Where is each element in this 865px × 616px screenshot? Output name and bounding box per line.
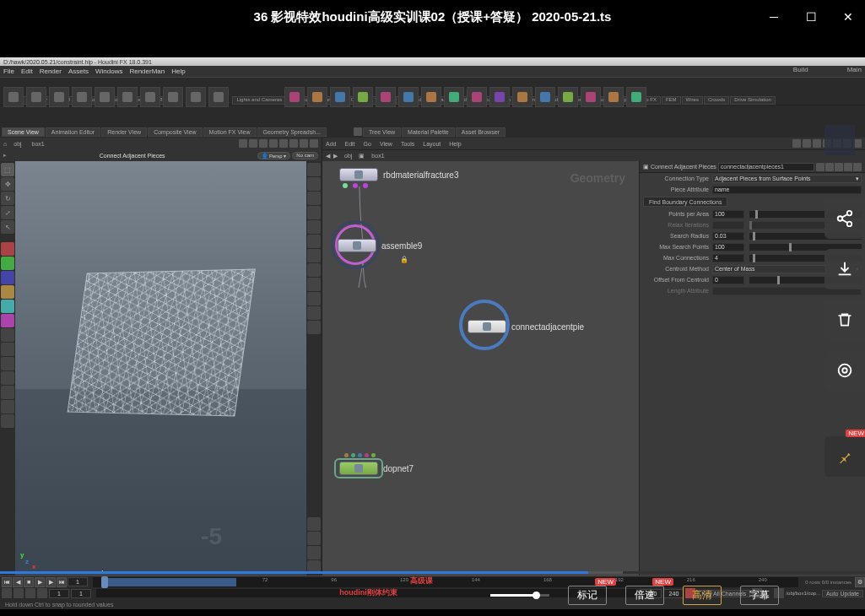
pin-button[interactable]: NEW [824,436,865,477]
net-menu-tools[interactable]: Tools [401,141,414,147]
display-icon[interactable] [307,292,321,305]
net-icon[interactable] [803,139,811,148]
close-button[interactable]: ✕ [838,7,858,27]
share-button[interactable] [824,198,865,239]
rotate-tool-icon[interactable]: ↻ [1,192,14,205]
timeline-gear-icon[interactable]: ⚙ [855,577,865,587]
cam-button[interactable]: No cam [292,152,318,159]
shelf-tool[interactable] [95,87,115,105]
tl-icon[interactable] [2,588,12,598]
move-tool-icon[interactable]: ✥ [1,177,14,191]
tool-icon[interactable] [1,386,14,399]
tool-icon[interactable] [1,257,14,270]
tab-material[interactable]: Material Palette [402,127,455,137]
download-button[interactable] [824,249,865,289]
first-frame-button[interactable]: ⏮ [2,577,12,587]
tab-motionfx[interactable]: Motion FX View [203,127,257,137]
shelf-tool[interactable] [558,87,578,105]
current-frame-input[interactable] [68,577,88,586]
desktop-selector[interactable]: Build Main [793,66,862,73]
path-obj[interactable]: obj [10,141,24,147]
shelf-tool[interactable] [353,87,373,105]
shelf-tool[interactable] [49,87,69,105]
net-icon[interactable] [813,139,821,148]
path-node[interactable]: box1 [29,141,48,147]
net-menu-view[interactable]: View [380,141,392,147]
settings-button[interactable] [824,350,865,391]
tool-icon[interactable] [1,300,14,313]
param-number-input[interactable] [712,221,744,230]
volume-slider[interactable] [490,594,549,597]
menu-help[interactable]: Help [171,68,185,75]
menu-assets[interactable]: Assets [68,68,89,75]
menu-file[interactable]: File [3,68,14,75]
display-icon[interactable] [307,177,321,191]
tab-tree[interactable]: Tree View [363,127,401,137]
menu-edit[interactable]: Edit [21,68,33,75]
nav-back-icon[interactable]: ◀ [326,153,330,159]
tab-composite[interactable]: Composite View [148,127,202,137]
next-frame-button[interactable]: ▶ [46,577,56,587]
node-connectadjacent[interactable]: connectadjacentpie [468,320,584,333]
shelf-tool[interactable] [489,87,510,105]
tool-icon[interactable] [1,285,14,299]
net-menu-help[interactable]: Help [449,141,461,147]
param-number-input[interactable] [712,210,744,219]
shelf-tool[interactable] [535,87,555,105]
path-icon[interactable] [249,139,257,148]
tool-icon[interactable] [1,357,14,370]
display-icon[interactable] [307,163,321,176]
display-icon[interactable] [307,249,321,262]
node-dopnet[interactable]: dopnet7 [339,462,414,475]
maximize-button[interactable]: ☐ [801,7,821,27]
range-end-input[interactable] [663,589,684,598]
tool-icon[interactable] [1,242,14,256]
stop-button[interactable]: ■ [24,577,34,587]
subtitle-button[interactable]: 字幕 [740,586,779,605]
tool-icon[interactable] [1,271,14,284]
display-icon[interactable] [307,263,321,277]
node-assemble[interactable]: assemble9 [338,239,422,252]
tab-scene-view[interactable]: Scene View [2,127,45,137]
tool-icon[interactable] [1,371,14,385]
path-icon[interactable] [310,139,318,148]
display-icon[interactable] [307,532,321,545]
shelf-tool[interactable] [186,87,206,105]
shelf-tool[interactable] [376,87,396,105]
path-node[interactable]: box1 [368,153,387,159]
net-icon[interactable] [792,139,801,148]
net-menu-go[interactable]: Go [364,141,371,147]
display-icon[interactable] [307,278,321,291]
prev-frame-button[interactable]: ◀ [13,577,23,587]
path-icon[interactable] [279,139,288,148]
shelf-tool[interactable] [603,87,624,105]
select-tool-icon[interactable]: ⬚ [1,163,14,176]
path-icon[interactable] [239,139,247,148]
param-text-input[interactable] [712,186,862,194]
param-number-input[interactable] [712,276,744,284]
display-icon[interactable] [307,220,321,234]
shelf-tool[interactable] [330,87,350,105]
net-menu-layout[interactable]: Layout [423,141,441,147]
timeline-range-track[interactable]: houdini刚体约束 [96,589,636,597]
shelf-tool[interactable] [467,87,487,105]
param-icon[interactable] [853,163,862,171]
param-node-name-input[interactable] [718,163,814,171]
nav-fwd-icon[interactable]: ▶ [333,153,338,159]
display-icon[interactable] [307,546,321,559]
scale-tool-icon[interactable]: ⤢ [1,206,14,219]
path-obj[interactable]: obj [341,153,355,159]
speed-button[interactable]: NEW倍速 [625,586,664,605]
delete-button[interactable] [824,300,865,340]
mark-button[interactable]: NEW标记 [568,586,607,605]
tl-icon[interactable] [14,588,24,598]
path-icon[interactable] [259,139,268,148]
auto-update-button[interactable]: Auto Update [822,590,863,597]
display-icon[interactable] [307,192,321,205]
range-in-input[interactable] [71,589,91,598]
shelf-tool[interactable] [26,87,46,105]
net-menu-add[interactable]: Add [326,141,336,147]
param-icon[interactable] [816,163,824,171]
tl-icon[interactable] [25,588,35,598]
param-tab[interactable]: Find Boundary Connections [643,197,727,207]
